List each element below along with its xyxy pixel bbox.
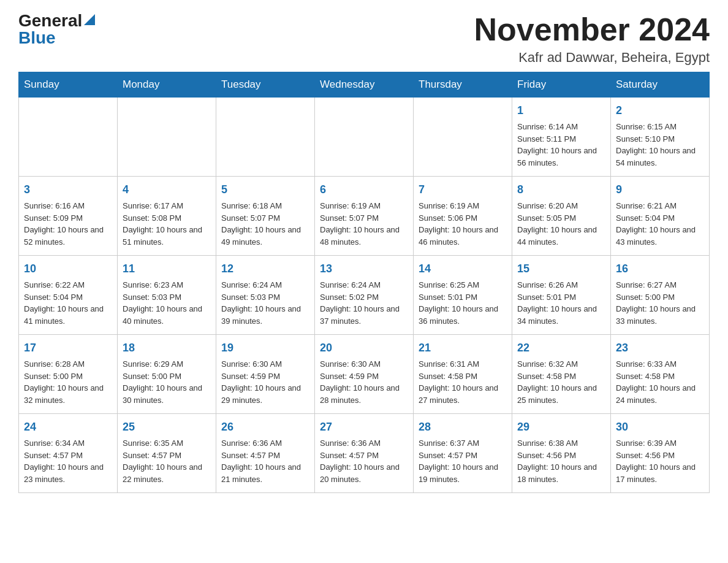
weekday-header-friday: Friday	[512, 72, 611, 98]
cell-day-number: 3	[24, 182, 112, 198]
cell-sun-info: Sunrise: 6:36 AM Sunset: 4:57 PM Dayligh…	[320, 437, 408, 485]
cell-day-number: 27	[320, 419, 408, 435]
cell-day-number: 22	[517, 340, 605, 356]
calendar-cell: 6Sunrise: 6:19 AM Sunset: 5:07 PM Daylig…	[315, 177, 414, 256]
cell-day-number: 9	[616, 182, 704, 198]
cell-day-number: 26	[221, 419, 309, 435]
calendar-cell: 22Sunrise: 6:32 AM Sunset: 4:58 PM Dayli…	[512, 335, 611, 414]
cell-sun-info: Sunrise: 6:14 AM Sunset: 5:11 PM Dayligh…	[517, 121, 605, 169]
calendar-cell	[118, 98, 216, 177]
weekday-header-saturday: Saturday	[611, 72, 710, 98]
cell-sun-info: Sunrise: 6:16 AM Sunset: 5:09 PM Dayligh…	[24, 200, 112, 248]
calendar-cell: 14Sunrise: 6:25 AM Sunset: 5:01 PM Dayli…	[414, 256, 512, 335]
calendar-cell: 21Sunrise: 6:31 AM Sunset: 4:58 PM Dayli…	[414, 335, 512, 414]
cell-day-number: 17	[24, 340, 112, 356]
calendar-cell: 29Sunrise: 6:38 AM Sunset: 4:56 PM Dayli…	[512, 414, 611, 493]
cell-sun-info: Sunrise: 6:35 AM Sunset: 4:57 PM Dayligh…	[123, 437, 211, 485]
location-subtitle: Kafr ad Dawwar, Beheira, Egypt	[474, 50, 710, 66]
cell-day-number: 21	[419, 340, 507, 356]
cell-sun-info: Sunrise: 6:30 AM Sunset: 4:59 PM Dayligh…	[320, 358, 408, 406]
calendar-cell: 1Sunrise: 6:14 AM Sunset: 5:11 PM Daylig…	[512, 98, 611, 177]
weekday-header-tuesday: Tuesday	[216, 72, 315, 98]
weekday-header-thursday: Thursday	[414, 72, 512, 98]
calendar-cell: 5Sunrise: 6:18 AM Sunset: 5:07 PM Daylig…	[216, 177, 315, 256]
cell-day-number: 10	[24, 261, 112, 277]
cell-sun-info: Sunrise: 6:17 AM Sunset: 5:08 PM Dayligh…	[123, 200, 211, 248]
logo-general: General	[18, 12, 82, 29]
cell-day-number: 15	[517, 261, 605, 277]
cell-sun-info: Sunrise: 6:31 AM Sunset: 4:58 PM Dayligh…	[419, 358, 507, 406]
cell-day-number: 29	[517, 419, 605, 435]
cell-sun-info: Sunrise: 6:34 AM Sunset: 4:57 PM Dayligh…	[24, 437, 112, 485]
calendar-cell: 16Sunrise: 6:27 AM Sunset: 5:00 PM Dayli…	[611, 256, 710, 335]
calendar-table: SundayMondayTuesdayWednesdayThursdayFrid…	[18, 72, 710, 493]
cell-sun-info: Sunrise: 6:39 AM Sunset: 4:56 PM Dayligh…	[616, 437, 704, 485]
cell-sun-info: Sunrise: 6:22 AM Sunset: 5:04 PM Dayligh…	[24, 279, 112, 327]
cell-sun-info: Sunrise: 6:19 AM Sunset: 5:06 PM Dayligh…	[419, 200, 507, 248]
cell-day-number: 2	[616, 102, 704, 119]
cell-sun-info: Sunrise: 6:30 AM Sunset: 4:59 PM Dayligh…	[221, 358, 309, 406]
logo-triangle-icon	[84, 14, 95, 27]
cell-sun-info: Sunrise: 6:24 AM Sunset: 5:03 PM Dayligh…	[221, 279, 309, 327]
cell-day-number: 19	[221, 340, 309, 356]
cell-day-number: 12	[221, 261, 309, 277]
calendar-week-5: 24Sunrise: 6:34 AM Sunset: 4:57 PM Dayli…	[19, 414, 710, 493]
logo: General Blue	[18, 12, 95, 47]
cell-day-number: 11	[123, 261, 211, 277]
cell-sun-info: Sunrise: 6:28 AM Sunset: 5:00 PM Dayligh…	[24, 358, 112, 406]
cell-day-number: 25	[123, 419, 211, 435]
cell-sun-info: Sunrise: 6:33 AM Sunset: 4:58 PM Dayligh…	[616, 358, 704, 406]
calendar-cell: 15Sunrise: 6:26 AM Sunset: 5:01 PM Dayli…	[512, 256, 611, 335]
cell-sun-info: Sunrise: 6:38 AM Sunset: 4:56 PM Dayligh…	[517, 437, 605, 485]
calendar-header: SundayMondayTuesdayWednesdayThursdayFrid…	[19, 72, 710, 98]
cell-sun-info: Sunrise: 6:23 AM Sunset: 5:03 PM Dayligh…	[123, 279, 211, 327]
calendar-cell: 27Sunrise: 6:36 AM Sunset: 4:57 PM Dayli…	[315, 414, 414, 493]
month-title: November 2024	[474, 12, 710, 47]
cell-day-number: 28	[419, 419, 507, 435]
cell-sun-info: Sunrise: 6:21 AM Sunset: 5:04 PM Dayligh…	[616, 200, 704, 248]
title-area: November 2024 Kafr ad Dawwar, Beheira, E…	[474, 12, 710, 66]
cell-sun-info: Sunrise: 6:25 AM Sunset: 5:01 PM Dayligh…	[419, 279, 507, 327]
calendar-cell: 28Sunrise: 6:37 AM Sunset: 4:57 PM Dayli…	[414, 414, 512, 493]
calendar-cell: 17Sunrise: 6:28 AM Sunset: 5:00 PM Dayli…	[19, 335, 118, 414]
calendar-week-2: 3Sunrise: 6:16 AM Sunset: 5:09 PM Daylig…	[19, 177, 710, 256]
cell-day-number: 24	[24, 419, 112, 435]
calendar-cell: 10Sunrise: 6:22 AM Sunset: 5:04 PM Dayli…	[19, 256, 118, 335]
calendar-cell	[315, 98, 414, 177]
cell-day-number: 4	[123, 182, 211, 198]
calendar-cell: 2Sunrise: 6:15 AM Sunset: 5:10 PM Daylig…	[611, 98, 710, 177]
cell-sun-info: Sunrise: 6:36 AM Sunset: 4:57 PM Dayligh…	[221, 437, 309, 485]
cell-day-number: 14	[419, 261, 507, 277]
svg-marker-0	[84, 14, 95, 25]
cell-sun-info: Sunrise: 6:20 AM Sunset: 5:05 PM Dayligh…	[517, 200, 605, 248]
weekday-header-wednesday: Wednesday	[315, 72, 414, 98]
cell-day-number: 8	[517, 182, 605, 198]
calendar-week-4: 17Sunrise: 6:28 AM Sunset: 5:00 PM Dayli…	[19, 335, 710, 414]
weekday-header-sunday: Sunday	[19, 72, 118, 98]
calendar-cell: 8Sunrise: 6:20 AM Sunset: 5:05 PM Daylig…	[512, 177, 611, 256]
header: General Blue November 2024 Kafr ad Dawwa…	[18, 12, 710, 66]
cell-day-number: 1	[517, 102, 605, 119]
calendar-cell: 20Sunrise: 6:30 AM Sunset: 4:59 PM Dayli…	[315, 335, 414, 414]
calendar-cell: 13Sunrise: 6:24 AM Sunset: 5:02 PM Dayli…	[315, 256, 414, 335]
cell-day-number: 30	[616, 419, 704, 435]
calendar-cell	[414, 98, 512, 177]
cell-sun-info: Sunrise: 6:24 AM Sunset: 5:02 PM Dayligh…	[320, 279, 408, 327]
calendar-cell	[216, 98, 315, 177]
cell-day-number: 16	[616, 261, 704, 277]
cell-sun-info: Sunrise: 6:37 AM Sunset: 4:57 PM Dayligh…	[419, 437, 507, 485]
cell-sun-info: Sunrise: 6:26 AM Sunset: 5:01 PM Dayligh…	[517, 279, 605, 327]
calendar-cell: 4Sunrise: 6:17 AM Sunset: 5:08 PM Daylig…	[118, 177, 216, 256]
calendar-cell: 12Sunrise: 6:24 AM Sunset: 5:03 PM Dayli…	[216, 256, 315, 335]
calendar-week-3: 10Sunrise: 6:22 AM Sunset: 5:04 PM Dayli…	[19, 256, 710, 335]
cell-day-number: 6	[320, 182, 408, 198]
calendar-cell: 26Sunrise: 6:36 AM Sunset: 4:57 PM Dayli…	[216, 414, 315, 493]
cell-day-number: 5	[221, 182, 309, 198]
calendar-week-1: 1Sunrise: 6:14 AM Sunset: 5:11 PM Daylig…	[19, 98, 710, 177]
cell-day-number: 7	[419, 182, 507, 198]
cell-sun-info: Sunrise: 6:18 AM Sunset: 5:07 PM Dayligh…	[221, 200, 309, 248]
cell-sun-info: Sunrise: 6:27 AM Sunset: 5:00 PM Dayligh…	[616, 279, 704, 327]
calendar-cell: 19Sunrise: 6:30 AM Sunset: 4:59 PM Dayli…	[216, 335, 315, 414]
calendar-cell: 24Sunrise: 6:34 AM Sunset: 4:57 PM Dayli…	[19, 414, 118, 493]
cell-day-number: 23	[616, 340, 704, 356]
